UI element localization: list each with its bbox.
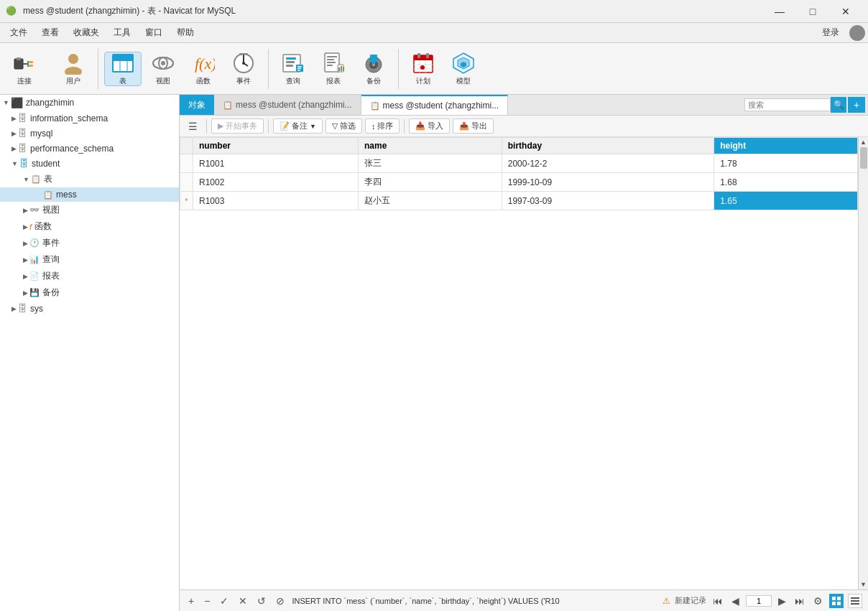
- nav-last-button[interactable]: ⏭: [793, 594, 807, 607]
- cancel-button[interactable]: ✕: [236, 594, 250, 608]
- toolbar-event[interactable]: 事件: [225, 52, 262, 86]
- sort-button[interactable]: ↕ 排序: [365, 118, 400, 134]
- sidebar-label-mess: mess: [56, 190, 77, 200]
- toolbar-backup[interactable]: 备份: [355, 52, 392, 86]
- sidebar-item-mess[interactable]: 📋 mess: [0, 187, 179, 202]
- toolbar-report[interactable]: 报表: [315, 52, 352, 86]
- table-container[interactable]: number name birthday height R1001 张三 200: [180, 137, 858, 589]
- tab-bar: 对象 📋 mess @student (zhangzhimi... 📋 mess…: [180, 95, 868, 116]
- toolbar-function[interactable]: f(x) 函数: [185, 52, 222, 86]
- svg-point-6: [68, 54, 78, 64]
- confirm-button[interactable]: ✓: [217, 594, 231, 608]
- sidebar-item-zhangzhimin[interactable]: ▼ ⬛ zhangzhimin: [0, 95, 179, 111]
- menu-favorites[interactable]: 收藏夹: [66, 24, 106, 42]
- sidebar-item-queries-folder[interactable]: ▶ 📊 查询: [0, 251, 179, 268]
- cell-birthday-2[interactable]: 1999-10-09: [502, 173, 714, 192]
- sidebar-item-mysql[interactable]: ▶ 🗄 mysql: [0, 126, 179, 141]
- cell-number-1[interactable]: R1001: [193, 154, 359, 173]
- refresh-button[interactable]: ↺: [254, 594, 269, 608]
- cell-name-1[interactable]: 张三: [358, 154, 502, 173]
- tab-query2[interactable]: 📋 mess @student (zhangzhimi...: [361, 95, 509, 115]
- page-input[interactable]: [746, 595, 772, 607]
- grid-view-button[interactable]: [829, 594, 844, 608]
- window-title: mess @student (zhangzhimin) - 表 - Navica…: [23, 5, 763, 17]
- cell-height-1[interactable]: 1.78: [714, 154, 858, 173]
- tab-object[interactable]: 对象: [180, 95, 214, 115]
- login-button[interactable]: 登录: [818, 25, 844, 40]
- cell-height-3[interactable]: 1.65: [714, 192, 858, 210]
- sidebar-item-views-folder[interactable]: ▶ 👓 视图: [0, 202, 179, 218]
- table-row[interactable]: R1002 李四 1999-10-09 1.68: [180, 173, 858, 192]
- close-button[interactable]: ✕: [829, 0, 862, 23]
- menu-tools[interactable]: 工具: [106, 24, 138, 42]
- sidebar-item-events-folder[interactable]: ▶ 🕐 事件: [0, 235, 179, 251]
- sort-label: 排序: [377, 121, 393, 131]
- form-view-button[interactable]: [848, 594, 862, 608]
- maximize-button[interactable]: □: [796, 0, 829, 23]
- sidebar-item-functions-folder[interactable]: ▶ f 函数: [0, 218, 179, 235]
- sidebar-item-reports-folder[interactable]: ▶ 📄 报表: [0, 268, 179, 284]
- filter-button[interactable]: ▽ 筛选: [326, 118, 362, 134]
- settings-button[interactable]: ⚙: [811, 594, 825, 607]
- cell-name-3[interactable]: 赵小五: [358, 192, 502, 210]
- tab-search-button[interactable]: 🔍: [831, 97, 846, 113]
- toolbar-user[interactable]: 用户: [55, 52, 92, 86]
- clear-button[interactable]: ⊘: [273, 594, 287, 608]
- toolbar-plan[interactable]: 计划: [405, 52, 442, 86]
- new-tab-button[interactable]: +: [848, 97, 865, 113]
- menu-window[interactable]: 窗口: [138, 24, 170, 42]
- scroll-track[interactable]: [859, 147, 869, 579]
- cell-birthday-1[interactable]: 2000-12-2: [502, 154, 714, 173]
- scroll-up-arrow[interactable]: ▲: [859, 137, 869, 147]
- status-right: 新建记录 ⏮ ◀ ▶ ⏭ ⚙: [675, 594, 862, 608]
- menu-help[interactable]: 帮助: [170, 24, 201, 42]
- sidebar-label-queries: 查询: [42, 253, 60, 266]
- cell-name-2[interactable]: 李四: [358, 173, 502, 192]
- toolbar-query[interactable]: 查询: [274, 52, 312, 86]
- sidebar-label-reports: 报表: [42, 270, 60, 282]
- toolbar-view[interactable]: 视图: [144, 52, 182, 86]
- add-record-button[interactable]: +: [185, 594, 197, 608]
- hamburger-button[interactable]: ☰: [184, 119, 202, 134]
- sidebar-item-information-schema[interactable]: ▶ 🗄 information_schema: [0, 111, 179, 126]
- remove-record-button[interactable]: −: [201, 594, 213, 608]
- cell-height-2[interactable]: 1.68: [714, 173, 858, 192]
- nav-first-button[interactable]: ⏮: [711, 594, 725, 607]
- cell-birthday-3[interactable]: 1997-03-09: [502, 192, 714, 210]
- sidebar-item-backups-folder[interactable]: ▶ 💾 备份: [0, 284, 179, 301]
- sidebar-item-performance-schema[interactable]: ▶ 🗄 performance_schema: [0, 141, 179, 156]
- sidebar-item-sys[interactable]: ▶ 🗄 sys: [0, 301, 179, 316]
- sidebar-item-student[interactable]: ▼ 🗄 student: [0, 156, 179, 171]
- cell-number-2[interactable]: R1002: [193, 173, 359, 192]
- menu-file[interactable]: 文件: [3, 24, 34, 42]
- svg-rect-36: [327, 65, 333, 66]
- toolbar-plan-label: 计划: [416, 76, 430, 86]
- tab-query1[interactable]: 📋 mess @student (zhangzhimi...: [214, 95, 361, 115]
- scroll-thumb[interactable]: [860, 147, 867, 169]
- sidebar-item-tables-folder[interactable]: ▼ 📋 表: [0, 171, 179, 187]
- nav-next-button[interactable]: ▶: [776, 594, 788, 607]
- col-header-name: name: [358, 138, 502, 154]
- import-button[interactable]: 📥 导入: [409, 118, 450, 134]
- export-button[interactable]: 📤 导出: [453, 118, 494, 134]
- begin-trans-label: 开始事务: [226, 121, 257, 131]
- chevron-right-icon-queries: ▶: [23, 256, 28, 263]
- filter-icon: ▽: [332, 121, 338, 131]
- toolbar-model[interactable]: 模型: [445, 52, 482, 86]
- plan-icon: [412, 52, 435, 75]
- vertical-scrollbar[interactable]: ▲ ▼: [858, 137, 868, 589]
- toolbar-query-label: 查询: [286, 76, 300, 86]
- toolbar-table[interactable]: 表: [104, 52, 142, 86]
- nav-prev-button[interactable]: ◀: [729, 594, 742, 607]
- begin-trans-button[interactable]: ▶ 开始事务: [211, 118, 264, 134]
- toolbar-connect[interactable]: 连接: [6, 52, 43, 86]
- table-row[interactable]: R1001 张三 2000-12-2 1.78: [180, 154, 858, 173]
- table-row[interactable]: * R1003 赵小五 1997-03-09 1.65: [180, 192, 858, 210]
- tab-search-input[interactable]: [744, 98, 831, 111]
- menu-view[interactable]: 查看: [34, 24, 66, 42]
- scroll-down-arrow[interactable]: ▼: [859, 579, 869, 589]
- svg-rect-12: [113, 55, 133, 60]
- minimize-button[interactable]: —: [763, 0, 796, 23]
- note-button[interactable]: 📝 备注 ▼: [273, 118, 323, 134]
- cell-number-3[interactable]: R1003: [193, 192, 359, 210]
